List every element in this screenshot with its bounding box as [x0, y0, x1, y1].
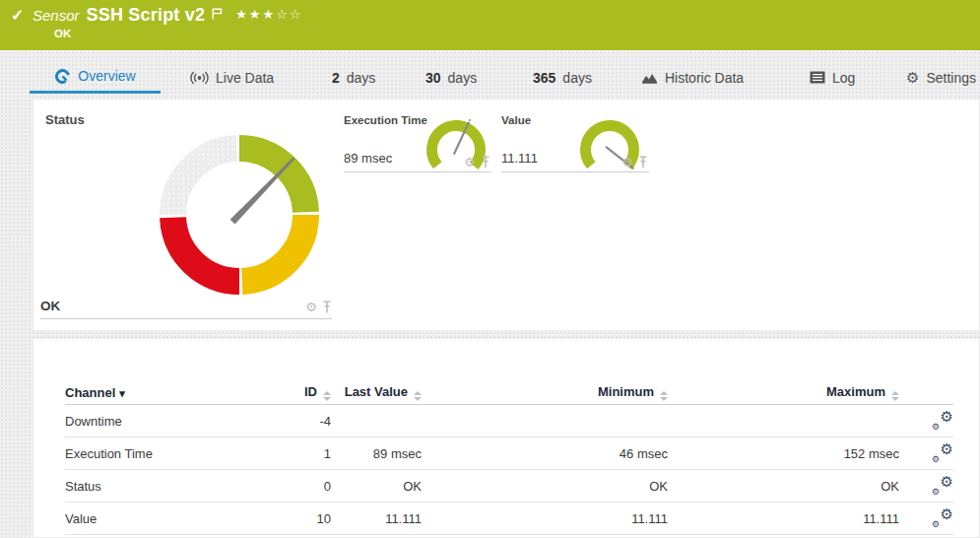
channel-minimum: OK	[422, 479, 668, 494]
gear-icon[interactable]: ⚙	[305, 301, 317, 313]
channel-settings-icon[interactable]: ⚙ ⚙	[932, 477, 953, 496]
gear-icon: ⚙	[941, 474, 953, 489]
channel-last-value: 11.111	[331, 511, 422, 526]
status-gauge	[156, 131, 323, 299]
column-header-minimum[interactable]: Minimum	[422, 384, 668, 401]
status-gauge-value: OK	[40, 299, 60, 313]
column-header-label: Minimum	[598, 384, 654, 399]
tab-label: Overview	[78, 68, 135, 84]
channel-name: Downtime	[65, 414, 272, 429]
channel-name: Value	[65, 511, 272, 526]
gear-icon: ⚙	[906, 70, 919, 85]
channel-settings-icon[interactable]: ⚙ ⚙	[932, 509, 953, 528]
sort-caret-icon: ▾	[119, 387, 125, 399]
overview-gauges-panel: Status OK ⚙ Execution Time	[33, 99, 980, 331]
area-chart-icon	[641, 71, 658, 85]
column-header-maximum[interactable]: Maximum	[668, 384, 899, 401]
check-icon: ✓	[11, 6, 24, 25]
gauge-icon	[54, 68, 71, 85]
channel-id: 10	[272, 511, 331, 526]
execution-time-value: 89 msec	[344, 151, 392, 166]
pin-icon[interactable]	[481, 156, 490, 168]
tab-label: Log	[832, 70, 855, 86]
channel-id: 0	[272, 479, 331, 494]
tab-number: 30	[425, 70, 441, 86]
table-row-execution-time: Execution Time 1 89 msec 46 msec 152 mse…	[65, 437, 953, 470]
broadcast-icon	[190, 71, 209, 85]
sensor-type-label: Sensor	[33, 5, 80, 24]
channel-last-value: 89 msec	[331, 446, 422, 461]
value-label: Value	[501, 114, 531, 126]
channel-id: 1	[272, 446, 331, 461]
channel-id: -4	[272, 414, 331, 429]
tab-365-days[interactable]: 365 days	[533, 61, 592, 94]
channel-name: Status	[65, 479, 272, 494]
tab-30-days[interactable]: 30 days	[425, 61, 477, 94]
execution-time-label: Execution Time	[344, 114, 427, 126]
tab-historic-data[interactable]: Historic Data	[641, 61, 744, 94]
channel-name: Execution Time	[65, 446, 272, 461]
pin-icon[interactable]	[322, 301, 332, 313]
channel-table-panel: Channel▾ ID Last Value Minimum Maximum D…	[33, 338, 980, 538]
tab-label: Historic Data	[665, 70, 744, 86]
column-header-label: Last Value	[345, 384, 408, 399]
log-icon	[810, 71, 825, 84]
column-header-label: Maximum	[826, 384, 885, 399]
channel-table-header: Channel▾ ID Last Value Minimum Maximum	[65, 380, 953, 405]
column-header-id[interactable]: ID	[272, 384, 331, 401]
gear-icon: ⚙	[932, 488, 940, 497]
tab-label: Settings	[926, 70, 976, 86]
gear-icon: ⚙	[932, 423, 940, 432]
value-gauge	[576, 116, 643, 179]
tab-overview[interactable]: Overview	[30, 61, 161, 94]
flag-icon	[212, 6, 223, 24]
gear-icon: ⚙	[932, 455, 940, 464]
gear-icon: ⚙	[932, 520, 940, 529]
table-row-value: Value 10 11.111 11.111 11.111 ⚙ ⚙	[65, 503, 953, 535]
sensor-status-bar: ✓ Sensor SSH Script v2 ★★★☆☆ OK	[0, 0, 980, 50]
value-value: 11.111	[501, 151, 538, 166]
tab-2-days[interactable]: 2 days	[332, 61, 375, 94]
gear-icon[interactable]: ⚙	[464, 156, 476, 168]
status-gauge-label: Status	[45, 112, 85, 127]
channel-maximum: OK	[668, 479, 899, 494]
tab-number: 2	[332, 70, 340, 86]
execution-time-gauge-cell: Execution Time 89 msec ⚙	[344, 112, 491, 172]
tab-bar: Overview Live Data 2 days 30 days 365 da…	[0, 61, 980, 94]
channel-maximum: 152 msec	[668, 446, 899, 461]
value-gauge-cell: Value 11.111 ⚙	[501, 112, 649, 172]
sort-icon	[414, 391, 422, 401]
sort-icon	[660, 391, 668, 401]
tab-label: Live Data	[216, 70, 274, 86]
tab-settings[interactable]: ⚙ Settings	[906, 61, 976, 94]
sort-icon	[891, 391, 899, 401]
channel-minimum: 11.111	[422, 511, 668, 526]
channel-minimum: 46 msec	[422, 446, 668, 461]
column-header-channel[interactable]: Channel▾	[65, 385, 272, 400]
column-header-label: ID	[304, 384, 317, 399]
tab-label: days	[347, 70, 376, 86]
gear-icon: ⚙	[941, 409, 953, 424]
gear-icon[interactable]: ⚙	[621, 156, 633, 168]
tab-number: 365	[533, 70, 555, 86]
channel-settings-icon[interactable]: ⚙ ⚙	[932, 444, 953, 463]
pin-icon[interactable]	[638, 156, 648, 168]
star-rating[interactable]: ★★★☆☆	[235, 5, 302, 22]
channel-settings-icon[interactable]: ⚙ ⚙	[932, 412, 953, 431]
sensor-title: SSH Script v2	[87, 5, 206, 26]
sort-icon	[323, 391, 331, 401]
gear-icon: ⚙	[941, 441, 953, 456]
column-header-label: Channel	[65, 385, 115, 400]
gear-icon: ⚙	[941, 506, 953, 521]
tab-live-data[interactable]: Live Data	[190, 61, 274, 94]
channel-table: Channel▾ ID Last Value Minimum Maximum D…	[65, 380, 953, 535]
tab-label: days	[448, 70, 478, 86]
tab-label: days	[562, 70, 592, 86]
status-gauge-footer: OK ⚙	[40, 293, 332, 319]
channel-last-value: OK	[331, 479, 422, 494]
channel-maximum: 11.111	[668, 511, 899, 526]
tab-log[interactable]: Log	[810, 61, 855, 94]
column-header-last-value[interactable]: Last Value	[331, 384, 422, 401]
sensor-status-text: OK	[54, 28, 71, 39]
table-row-downtime: Downtime -4 ⚙ ⚙	[65, 405, 953, 437]
